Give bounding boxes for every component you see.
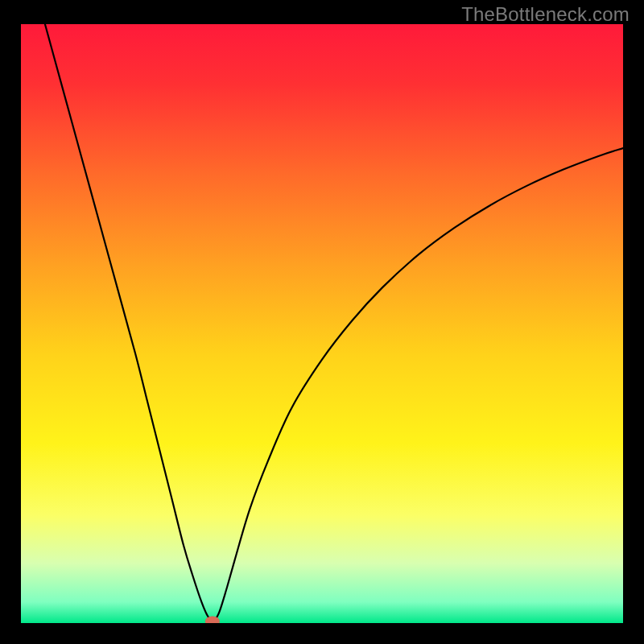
bottleneck-chart	[21, 24, 623, 623]
plot-area	[21, 24, 623, 623]
gradient-background	[21, 24, 623, 623]
chart-frame: TheBottleneck.com	[0, 0, 644, 644]
watermark-text: TheBottleneck.com	[461, 3, 630, 26]
